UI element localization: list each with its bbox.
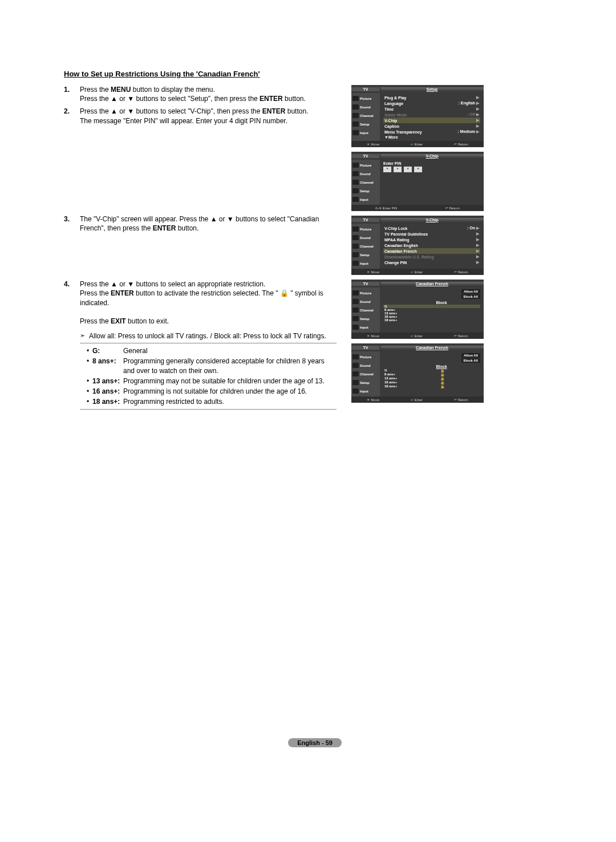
menu-icon — [352, 354, 359, 359]
menu-icon — [352, 163, 359, 168]
enter-pin-label: Enter PIN — [383, 161, 480, 165]
step-2: 2. Press the ▲ or ▼ buttons to select "V… — [64, 107, 337, 125]
block-all-button: Block All — [461, 294, 480, 299]
menu-icon — [352, 307, 359, 313]
menu-icon — [352, 96, 359, 101]
menu-row: Canadian French ▶ — [383, 248, 480, 254]
sidebar-item: Input — [351, 323, 380, 331]
menu-row: V-Chip ▶ — [383, 118, 480, 123]
sidebar-item: Picture — [351, 161, 380, 169]
rating-row: G — [383, 369, 480, 373]
move-icon — [367, 398, 370, 402]
menu-icon — [352, 226, 359, 232]
note: Allow all: Press to unlock all TV rating… — [80, 331, 337, 341]
sidebar-item: Input — [351, 387, 380, 395]
menu-icon — [352, 371, 359, 377]
sidebar-item: Channel — [351, 111, 380, 120]
sidebar-item: Channel — [351, 306, 380, 314]
return-icon — [454, 398, 457, 402]
sidebar-item: Picture — [351, 289, 380, 297]
rating-row: 13 ans+ — [383, 377, 480, 380]
sidebar-item: Picture — [351, 225, 380, 233]
menu-row: Change PIN ▶ — [383, 260, 480, 265]
menu-icon — [352, 388, 359, 394]
menu-icon — [352, 188, 359, 193]
menu-icon — [352, 316, 359, 321]
rating-row: 18 ans+ — [383, 318, 480, 322]
return-icon — [454, 142, 457, 146]
menu-icon — [352, 104, 359, 110]
menu-row: Caption ▶ — [383, 123, 480, 129]
sidebar-item: Setup — [351, 378, 380, 387]
return-icon — [445, 206, 448, 210]
menu-icon — [352, 180, 359, 185]
menu-icon — [352, 171, 359, 176]
pin-input: **** — [383, 167, 480, 172]
menu-row: V-Chip Lock: On ▶ — [383, 225, 480, 231]
menu-icon — [352, 122, 359, 127]
lock-icon — [440, 385, 444, 388]
menu-icon — [352, 113, 359, 118]
menu-row: MPAA Rating ▶ — [383, 237, 480, 242]
move-icon — [367, 270, 370, 274]
sidebar-item: Channel — [351, 242, 380, 250]
instructions-column: 1. Press the MENU button to display the … — [64, 85, 337, 413]
sidebar-item: Setup — [351, 314, 380, 323]
menu-icon — [352, 299, 359, 304]
menu-icon — [352, 130, 359, 135]
menu-icon — [352, 197, 359, 202]
screenshots-column: TV Setup PictureSoundChannelSetupInput P… — [351, 85, 484, 413]
rating-row: 8 ans+ — [383, 373, 480, 377]
osd-vchip: TV V-Chip PictureSoundChannelSetupInput … — [351, 216, 484, 275]
step-3: 3. The "V-Chip" screen will appear. Pres… — [64, 214, 337, 233]
sidebar-item: Setup — [351, 120, 380, 128]
menu-row: Game Mode: Off ▶ — [383, 112, 480, 118]
sidebar-item: Sound — [351, 297, 380, 306]
allow-all-button: Allow All — [461, 353, 480, 358]
enter-icon — [411, 398, 414, 402]
menu-icon — [352, 325, 359, 330]
page-footer: English - 59 — [64, 738, 566, 747]
return-icon — [454, 270, 457, 274]
menu-icon — [352, 363, 359, 368]
sidebar-item: Sound — [351, 169, 380, 178]
sidebar-item: Input — [351, 259, 380, 268]
menu-row: Menu Transparency: Medium ▶ — [383, 129, 480, 135]
sidebar-item: Input — [351, 128, 380, 137]
sidebar-item: Sound — [351, 103, 380, 111]
sidebar-item: Setup — [351, 187, 380, 195]
sidebar-item: Picture — [351, 94, 380, 103]
step-1: 1. Press the MENU button to display the … — [64, 85, 337, 103]
rating-row: 18 ans+ — [383, 384, 480, 388]
lock-icon: 🔒 — [280, 289, 289, 297]
menu-row: Time ▶ — [383, 106, 480, 112]
menu-row: Plug & Play ▶ — [383, 95, 480, 100]
osd-canadian-french: TV Canadian French PictureSoundChannelSe… — [351, 280, 484, 339]
menu-icon — [352, 261, 359, 266]
sidebar-item: Channel — [351, 370, 380, 378]
menu-icon — [352, 244, 359, 249]
osd-canadian-french-locked: TV Canadian French PictureSoundChannelSe… — [351, 343, 484, 403]
move-icon — [367, 142, 370, 146]
menu-row: Downloadable U.S. Rating ▶ — [383, 254, 480, 260]
allow-all-button: Allow All — [461, 289, 480, 294]
step-4: 4. Press the ▲ or ▼ buttons to select an… — [64, 280, 337, 410]
menu-icon — [352, 290, 359, 295]
return-icon — [454, 334, 457, 338]
menu-row: TV Parental Guidelines ▶ — [383, 231, 480, 237]
sidebar-item: Sound — [351, 361, 380, 370]
move-icon — [367, 334, 370, 338]
osd-enter-pin: TV V-Chip PictureSoundChannelSetupInput … — [351, 152, 484, 211]
menu-row: ▼More — [383, 135, 480, 140]
menu-row: Canadian English ▶ — [383, 242, 480, 248]
block-all-button: Block All — [461, 358, 480, 363]
osd-setup: TV Setup PictureSoundChannelSetupInput P… — [351, 85, 484, 147]
sidebar-item: Input — [351, 195, 380, 204]
sidebar-item: Sound — [351, 233, 380, 242]
rating-row: 16 ans+ — [383, 380, 480, 384]
ratings-legend: •G:General •8 ans+:Programming generally… — [80, 343, 337, 410]
page-title: How to Set up Restrictions Using the 'Ca… — [64, 70, 566, 78]
osd-sidebar: PictureSoundChannelSetupInput — [351, 93, 380, 141]
enter-icon — [411, 270, 414, 274]
sidebar-item: Setup — [351, 250, 380, 259]
